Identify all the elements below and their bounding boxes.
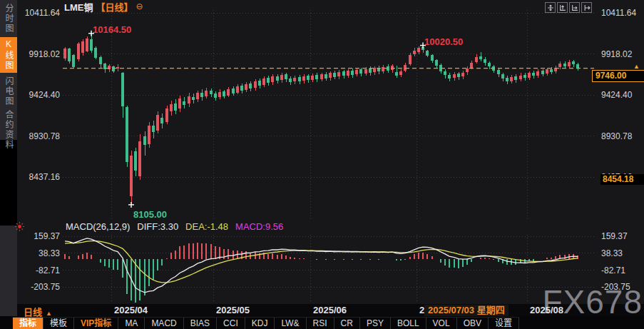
indicator-toolbar: 指标模板VIP指标MAMACDBIASCCIKDJLW&RSICRPSYBOLL… bbox=[13, 317, 519, 329]
toolbar-tab-BIAS[interactable]: BIAS bbox=[184, 318, 217, 329]
toolbar-tab-KDJ[interactable]: KDJ bbox=[245, 318, 275, 329]
macd-diff-line bbox=[65, 238, 578, 293]
date-tick-label: 2025/08 bbox=[530, 305, 563, 315]
fit-x-axis-icon[interactable] bbox=[569, 2, 580, 13]
sidebar-item-1[interactable]: 分时图 bbox=[0, 4, 17, 34]
price-tick-label: 9424.40 bbox=[601, 90, 632, 100]
toolbar-tab-LW[interactable]: LW& bbox=[275, 318, 306, 329]
macd-tick-label: -82.71 bbox=[601, 265, 625, 275]
price-tick-label: 8930.78 bbox=[601, 131, 632, 141]
toolbar-tab-CR[interactable]: CR bbox=[334, 318, 360, 329]
chart-title: LME铜 【日线】 ⊖ bbox=[64, 1, 143, 12]
toolbar-tab-BOLL[interactable]: BOLL bbox=[391, 318, 426, 329]
last-price-label: 9746.00 bbox=[592, 70, 644, 82]
sidebar-item-4[interactable]: 合约资料 bbox=[0, 110, 17, 150]
goto-latest-icon[interactable] bbox=[581, 2, 592, 13]
toolbar-tab-OBV[interactable]: OBV bbox=[457, 318, 489, 329]
period-badge: 【日线】 bbox=[96, 0, 133, 14]
toolbar-tab-PSY[interactable]: PSY bbox=[360, 318, 391, 329]
price-extreme-label: 8105.00 bbox=[133, 209, 167, 220]
minus-circle-icon[interactable]: ⊖ bbox=[136, 2, 143, 11]
sidebar-top-segment: 分时图K线图闪电图合约资料 bbox=[0, 0, 17, 140]
macd-title: MACD(26,12,9) bbox=[66, 221, 130, 232]
date-tick-label: 2025/06 bbox=[313, 305, 347, 315]
toolbar-tab-[interactable]: 指标 bbox=[13, 318, 44, 329]
gridlines bbox=[63, 10, 594, 303]
price-extreme-label: 10164.50 bbox=[93, 24, 131, 35]
toolbar-tab-RSI[interactable]: RSI bbox=[307, 318, 334, 329]
price-tick-label: 10411.64 bbox=[601, 8, 636, 18]
toolbar-tab-[interactable]: 模板 bbox=[44, 318, 74, 329]
toolbar-tab-CCI[interactable]: CCI bbox=[217, 318, 245, 329]
period-selector-label: 日线 bbox=[24, 307, 42, 318]
left-sidebar: 分时图K线图闪电图合约资料 bbox=[0, 0, 17, 316]
sidebar-bottom-segment bbox=[0, 226, 17, 316]
macd-layer bbox=[65, 238, 578, 303]
macd-dea-value: DEA:-1.48 bbox=[185, 221, 228, 232]
blinking-alert-icon[interactable] bbox=[14, 221, 25, 232]
secondary-price-label: 8454.18 bbox=[600, 174, 644, 185]
chart-app-window: 分时图K线图闪电图合约资料 LME铜 【日线】 ⊖ MACD(26,12,9) … bbox=[0, 0, 644, 329]
toolbar-tab-VOL[interactable]: VOL bbox=[426, 318, 457, 329]
candles-layer bbox=[63, 34, 579, 205]
macd-dea-line bbox=[65, 241, 578, 283]
chart-control-buttons bbox=[545, 2, 592, 13]
selected-date-label: 2025/07/03 星期四 bbox=[424, 305, 508, 316]
price-pin-icon: ▲ bbox=[633, 64, 640, 70]
sidebar-item-2[interactable]: K线图 bbox=[0, 37, 17, 73]
pan-move-icon[interactable] bbox=[545, 2, 556, 13]
macd-tick-label: 159.37 bbox=[601, 231, 628, 241]
triangle-up-icon: ▲ bbox=[46, 310, 52, 317]
sidebar-item-3[interactable]: 闪电图 bbox=[0, 76, 17, 106]
low-marker bbox=[128, 202, 134, 208]
toolbar-tab-[interactable]: 设置 bbox=[489, 318, 519, 329]
symbol-name: LME铜 bbox=[64, 0, 93, 14]
date-tick-label: 2025/04 bbox=[114, 305, 148, 315]
toolbar-tab-MACD[interactable]: MACD bbox=[145, 318, 183, 329]
macd-tick-label: -203.75 bbox=[601, 282, 630, 292]
date-tick-label: 2025/05 bbox=[216, 305, 250, 315]
macd-diff-value: DIFF:3.30 bbox=[137, 221, 178, 232]
toolbar-tab-MA[interactable]: MA bbox=[118, 318, 145, 329]
price-extreme-label: 10020.50 bbox=[424, 36, 463, 47]
price-tick-label: 9918.02 bbox=[601, 49, 632, 59]
macd-header: MACD(26,12,9) DIFF:3.30 DEA:-1.48 MACD:9… bbox=[66, 221, 283, 232]
chart-canvas[interactable] bbox=[0, 0, 644, 329]
toolbar-tab-VIP[interactable]: VIP指标 bbox=[74, 318, 118, 329]
fit-y-axis-icon[interactable] bbox=[557, 2, 568, 13]
macd-tick-label: 38.33 bbox=[601, 248, 623, 258]
macd-macd-value: MACD:9.56 bbox=[235, 221, 283, 232]
